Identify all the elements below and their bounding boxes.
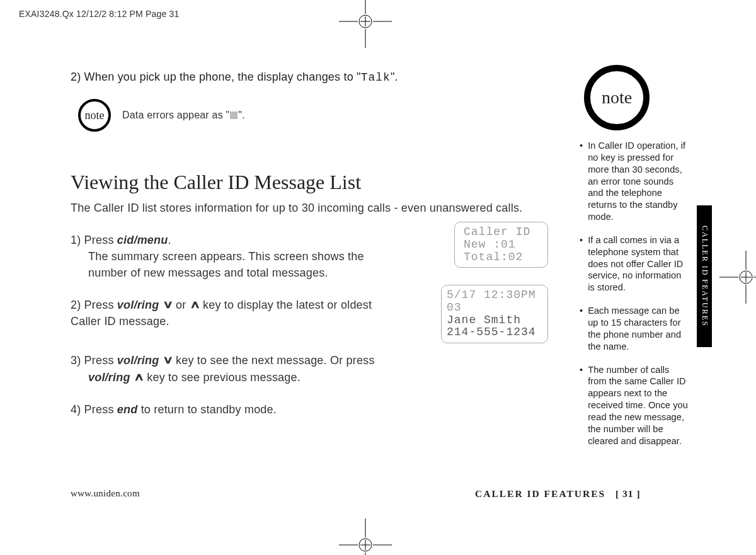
step-3: 3) Press vol/ring ∨ key to see the next …: [71, 352, 398, 386]
inline-note-row: note Data errors appear as "".: [78, 99, 537, 132]
step1-a: 1) Press: [71, 234, 117, 246]
data-errors-note: Data errors appear as "".: [122, 110, 245, 121]
bullet-icon: •: [580, 364, 583, 447]
side-note-1: •In Caller ID operation, if no key is pr…: [580, 140, 688, 223]
step-1: 1) Press cid/menu. The summary screen ap…: [71, 232, 373, 281]
registration-mark-top: [339, 0, 392, 48]
bullet-icon: •: [580, 140, 583, 223]
step4-a: 4) Press: [71, 403, 117, 416]
side-note-3-text: Each message can be up to 15 characters …: [588, 305, 688, 352]
section-intro: The Caller ID list stores information fo…: [71, 200, 537, 215]
step2-text-a: 2) When you pick up the phone, the displ…: [71, 71, 361, 83]
note-badge-large: note: [584, 65, 650, 130]
step-4: 4) Press end to return to standby mode.: [71, 401, 537, 418]
side-note-3: •Each message can be up to 15 characters…: [580, 305, 688, 352]
step2-mid: or: [176, 299, 190, 311]
lcd-summary-screen: Caller ID New :01 Total:02: [454, 222, 548, 268]
step3-a: 3) Press: [71, 354, 117, 367]
step3-b: key to see previous message.: [147, 371, 301, 384]
lcd-caller-screen: 5/17 12:30PM 03 Jane Smith 214-555-1234: [441, 285, 548, 343]
data-errors-suffix: ".: [238, 110, 245, 120]
side-note-2: •If a call comes in via a telephone syst…: [580, 234, 688, 294]
footer-section-label: CALLER ID FEATURES: [475, 488, 605, 499]
side-tab: CALLER ID FEATURES: [697, 205, 712, 347]
down-arrow-icon: ∨: [162, 297, 173, 313]
registration-mark-bottom: [339, 518, 392, 555]
step2-text-b: ".: [391, 71, 398, 83]
vol-ring-key-3: vol/ring: [88, 371, 130, 384]
data-errors-prefix: Data errors appear as ": [122, 110, 229, 120]
side-note-list: •In Caller ID operation, if no key is pr…: [580, 140, 688, 458]
lcd2-line1: 5/17 12:30PM 03: [447, 289, 541, 314]
step1-b: .: [168, 234, 171, 246]
side-note-2-text: If a call comes in via a telephone syste…: [588, 234, 688, 294]
lcd2-line3: 214-555-1234: [447, 326, 541, 339]
lcd1-line2: New :01: [464, 239, 541, 251]
print-header: EXAI3248.Qx 12/12/2 8:12 PM Page 31: [19, 9, 180, 19]
registration-mark-right: [719, 251, 756, 304]
step4-b: to return to standby mode.: [137, 403, 277, 416]
note-badge-small: note: [78, 99, 111, 132]
step1-desc: The summary screen appears. This screen …: [88, 248, 373, 281]
step3-mid: key to see the next message. Or press: [176, 354, 375, 367]
lcd2-line2: Jane Smith: [447, 314, 541, 327]
gray-square-icon: [230, 112, 238, 119]
side-note-4-text: The number of calls from the same Caller…: [588, 364, 688, 447]
bullet-icon: •: [580, 234, 583, 294]
section-heading: Viewing the Caller ID Message List: [71, 171, 537, 194]
page: EXAI3248.Qx 12/12/2 8:12 PM Page 31: [0, 0, 756, 555]
side-note-4: •The number of calls from the same Calle…: [580, 364, 688, 447]
down-arrow-icon-2: ∨: [162, 353, 173, 369]
side-note-1-text: In Caller ID operation, if no key is pre…: [588, 140, 688, 223]
up-arrow-icon: ∧: [189, 297, 200, 313]
footer-page-number: [ 31 ]: [616, 488, 641, 499]
step2-a: 2) Press: [71, 299, 117, 311]
vol-ring-key-2: vol/ring: [117, 354, 159, 367]
vol-ring-key-1: vol/ring: [117, 299, 159, 311]
talk-monospace: Talk: [361, 71, 391, 84]
up-arrow-icon-2: ∧: [133, 370, 144, 386]
step-2: 2) Press vol/ring ∨ or ∧ key to display …: [71, 297, 373, 330]
lcd1-line1: Caller ID: [464, 226, 541, 239]
cid-menu-key: cid/menu: [117, 234, 168, 246]
footer-section: CALLER ID FEATURES [ 31 ]: [475, 488, 641, 500]
step2-pickup-line: 2) When you pick up the phone, the displ…: [71, 71, 537, 84]
footer-url: www.uniden.com: [71, 488, 140, 499]
lcd1-line3: Total:02: [464, 251, 541, 264]
end-key: end: [117, 403, 138, 416]
bullet-icon: •: [580, 305, 583, 352]
